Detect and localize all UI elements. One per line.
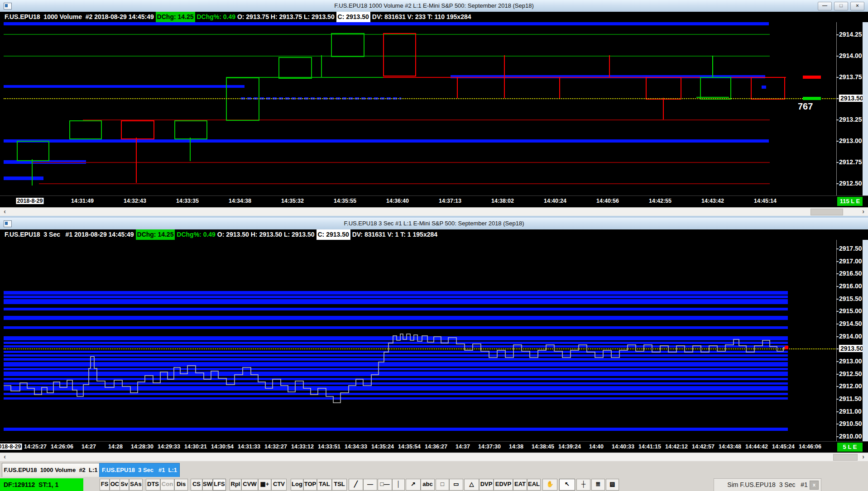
toolbar-button-lfs[interactable]: LFS [213,479,226,491]
top-chart-price-bar [383,33,416,76]
price-tick [836,98,839,99]
bottom-chart-depth-band [4,354,788,357]
top-chart-bar-wick [136,138,137,183]
toolbar-button-con[interactable]: Con [160,479,174,491]
top-chart-depth-band [4,176,43,180]
bottom-chart-vscrollbar[interactable] [863,240,868,441]
toolbar-button-cvw[interactable]: CVW [241,479,258,491]
toolbar-button-sw[interactable]: SW [202,479,213,491]
bottom-chart-depth-band [4,386,788,391]
calculator-line-tool-button[interactable]: ▨ [606,479,619,491]
toolbar-button-fs[interactable]: FS [100,479,110,491]
top-chart-depth-band [4,139,769,143]
toolbar-button-tsl[interactable]: TSL [332,479,347,491]
crosshair-tool-icon: ┼ [581,481,585,487]
time-label: 14:28:30 [131,443,153,450]
bottom-window-titlebar[interactable]: F.US.EPU18 3 Sec #1 L:1 E-Mini S&P 500: … [0,218,868,230]
price-scale-label: 2916.50 [839,270,862,277]
price-tick [836,141,839,142]
price-tick [836,119,839,120]
toolbar-button-oc[interactable]: OC [110,479,120,491]
restore-button[interactable]: □ [834,2,848,10]
price-scale-label: 2912.50 [839,370,862,377]
price-tick [836,374,839,375]
scroll-right-icon[interactable]: › [859,453,867,461]
toolbar-button-sv[interactable]: Sv [120,479,129,491]
trade-window-button[interactable]: ▦+ [258,479,271,491]
rectangle-tool-button[interactable]: □ [436,479,449,491]
scroll-left-icon[interactable]: ‹ [1,208,9,215]
toolbar-button-dvp[interactable]: DVP [479,479,494,491]
price-scale-label: 2910.50 [839,420,862,427]
daily-change: DChg: 14.25 [136,229,175,240]
time-label: 14:37 [456,443,470,450]
top-chart-bar-wick [321,55,322,77]
time-label: 14:43:42 [701,198,724,204]
close-button[interactable]: × [850,2,864,10]
time-label: 14:40:24 [544,198,566,204]
price-scale-label: 2914.00 [839,52,862,59]
scroll-left-icon[interactable]: ‹ [1,453,9,461]
triangle-tool-button[interactable]: △ [464,479,479,491]
top-window-title: F.US.EPU18 1000 Volume #2 L:1 E-Mini S&P… [0,0,868,12]
price-scale-label: 2911.00 [839,408,862,415]
bid-marker [803,97,821,100]
vertical-line-tool-button[interactable]: │ [392,479,405,491]
toolbar-button-tal[interactable]: TAL [317,479,332,491]
scroll-right-icon[interactable]: › [859,208,867,215]
ohl-values: O: 2913.75 H: 2913.75 L: 2913.50 [237,12,336,22]
time-label: 14:35:24 [371,443,394,450]
bottom-chart-hscrollbar[interactable]: ‹ › [0,453,868,462]
top-chart-bar-wick [190,138,191,161]
hand-pan-tool-button[interactable]: ✋ [542,479,557,491]
three-second-chart[interactable] [0,240,868,441]
toolbar-button-cs[interactable]: CS [191,479,202,491]
toolbar-button-eal[interactable]: EAL [527,479,541,491]
fibonacci-tool-icon: ≣ [596,481,601,487]
toolbar-button-top[interactable]: TOP [303,479,317,491]
toolbar-button-sas[interactable]: SAs [129,479,143,491]
horizontal-line-tool-button[interactable]: — [363,479,377,491]
time-label: 14:29:33 [158,443,180,450]
top-chart-vscrollbar[interactable] [863,22,868,195]
arrow-line-tool-button[interactable]: ↗ [406,479,421,491]
toolbar-button-dis[interactable]: Dis [174,479,188,491]
volume-info: DV: 831631 V: 1 T: 1 195x284 [350,229,437,240]
trendline-tool-icon: ╱ [354,481,358,487]
price-scale-label: 2912.50 [839,180,862,187]
pointer-tool-button[interactable]: ↖ [559,479,575,491]
text-tool-button[interactable]: abc [421,479,435,491]
volume-bars-chart[interactable] [0,22,868,195]
toolbar-button-ctv[interactable]: CTV [271,479,287,491]
time-label: 14:33:35 [176,198,199,204]
time-label: 14:36:40 [386,198,409,204]
toolbar-button-log[interactable]: Log [291,479,303,491]
toolbar-button-edvp[interactable]: EDVP [494,479,513,491]
toolbar-button-dts[interactable]: DTS [146,479,160,491]
time-label: 14:42:12 [665,443,688,450]
wide-rectangle-tool-button[interactable]: ▭ [449,479,463,491]
scroll-thumb[interactable] [810,209,843,215]
trendline-tool-button[interactable]: ╱ [349,479,363,491]
toolbar-button-rpl[interactable]: Rpl [230,479,241,491]
time-label: 14:32:27 [264,443,287,450]
sim-close-icon[interactable]: x [810,481,819,490]
top-chart-depth-band [4,85,245,88]
sim-trade-window-button[interactable]: Sim F.US.EPU18 3 Sec #1 [714,478,821,491]
crosshair-tool-button[interactable]: ┼ [576,479,590,491]
ray-tool-button[interactable]: □— [378,479,392,491]
top-chart-price-bar [121,120,154,139]
bottom-chart-depth-band [4,351,788,353]
price-tick [836,261,839,262]
price-scale-label: 2916.00 [839,282,862,290]
minimize-button[interactable]: — [818,2,832,10]
fibonacci-tool-button[interactable]: ≣ [591,479,605,491]
ohl-values: O: 2913.50 H: 2913.50 L: 2913.50 [217,229,317,240]
time-label: 14:33:51 [318,443,340,450]
top-chart-hscrollbar[interactable]: ‹ › [0,207,868,216]
top-window-titlebar[interactable]: F.US.EPU18 1000 Volume #2 L:1 E-Mini S&P… [0,0,868,12]
top-chart-bar-wick [457,77,458,98]
toolbar-button-eat[interactable]: EAT [513,479,527,491]
time-label: 14:42:55 [649,198,671,204]
scroll-thumb[interactable] [833,454,858,461]
